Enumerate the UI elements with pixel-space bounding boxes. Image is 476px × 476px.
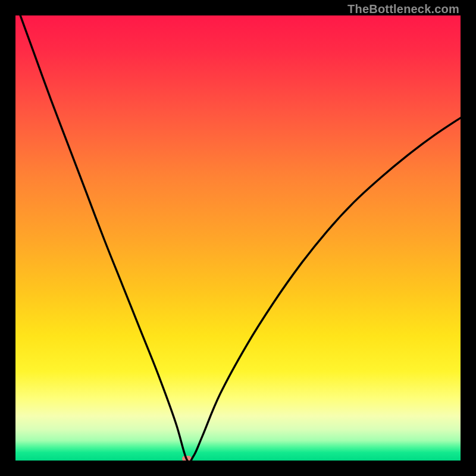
plot-area [15,15,461,461]
heat-gradient [15,15,461,461]
watermark-text: TheBottleneck.com [347,2,459,16]
optimum-marker [182,456,192,461]
chart-frame: TheBottleneck.com [0,0,476,476]
